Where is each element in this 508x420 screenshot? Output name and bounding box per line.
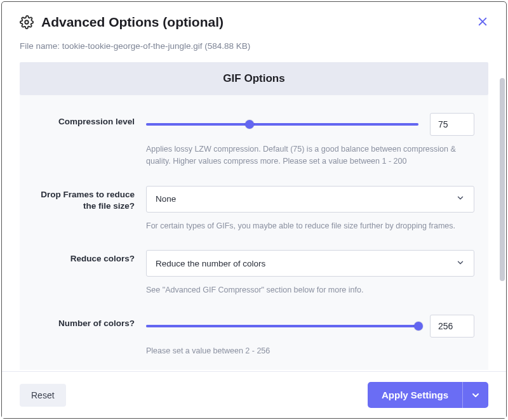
reduce-colors-selected: Reduce the number of colors: [156, 259, 265, 268]
drop-frames-label: Drop Frames to reduce the file size?: [34, 186, 146, 232]
compression-label: Compression level: [34, 113, 146, 168]
close-button[interactable]: [477, 16, 488, 30]
num-colors-value-input[interactable]: [430, 315, 474, 338]
num-colors-slider[interactable]: [146, 320, 418, 332]
num-colors-label: Number of colors?: [34, 315, 146, 357]
drop-frames-selected: None: [156, 194, 176, 204]
modal-header: Advanced Options (optional): [2, 2, 506, 36]
advanced-options-modal: Advanced Options (optional) File name: t…: [1, 1, 507, 419]
gear-icon: [20, 15, 34, 29]
file-name-label: File name:: [20, 41, 60, 51]
apply-dropdown-button[interactable]: [462, 382, 488, 408]
modal-title: Advanced Options (optional): [41, 15, 224, 30]
option-reduce-colors: Reduce colors? Reduce the number of colo…: [34, 250, 474, 296]
drop-frames-help: For certain types of GIFs, you maybe abl…: [146, 220, 474, 232]
num-colors-slider-thumb[interactable]: [414, 322, 423, 331]
reduce-colors-label: Reduce colors?: [34, 250, 146, 296]
option-drop-frames: Drop Frames to reduce the file size? Non…: [34, 186, 474, 232]
options-area: Compression level Applies lossy LZW comp…: [20, 95, 488, 370]
chevron-down-icon: [456, 194, 465, 204]
reduce-colors-help: See "Advanced GIF Compressor" section be…: [146, 284, 474, 296]
file-name-line: File name: tookie-tookie-george-of-the-j…: [2, 36, 506, 62]
compression-help: Applies lossy LZW compression. Default (…: [146, 143, 474, 168]
compression-value-input[interactable]: [430, 113, 474, 136]
chevron-down-icon: [456, 258, 465, 269]
apply-button-group: Apply Settings: [368, 382, 488, 408]
num-colors-help: Please set a value between 2 - 256: [146, 345, 474, 357]
option-compression: Compression level Applies lossy LZW comp…: [34, 113, 474, 168]
compression-slider-thumb[interactable]: [245, 120, 254, 129]
file-name-value: tookie-tookie-george-of-the-jungle.gif (…: [62, 41, 250, 51]
apply-settings-button[interactable]: Apply Settings: [368, 382, 462, 408]
reduce-colors-select[interactable]: Reduce the number of colors: [146, 250, 474, 277]
modal-footer: Reset Apply Settings: [2, 371, 506, 418]
option-num-colors: Number of colors? Please set a value bet…: [34, 315, 474, 357]
content-wrapper: GIF Options Compression level: [2, 62, 506, 371]
reset-button[interactable]: Reset: [20, 384, 66, 407]
svg-point-0: [25, 20, 29, 24]
drop-frames-select[interactable]: None: [146, 186, 474, 213]
scrollbar-thumb[interactable]: [500, 78, 505, 281]
compression-slider[interactable]: [146, 118, 418, 131]
section-header: GIF Options: [20, 62, 488, 95]
